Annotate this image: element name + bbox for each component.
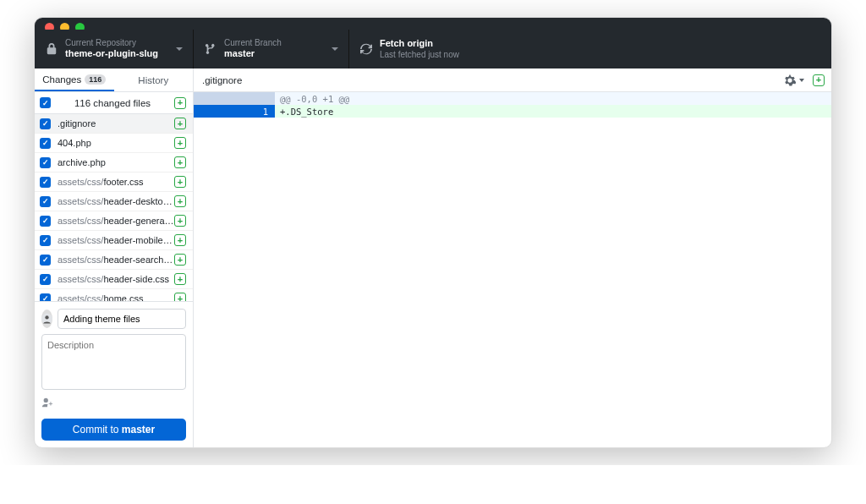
commit-form: Commit to master [35, 301, 193, 447]
file-row[interactable]: assets/css/home.css+ [35, 289, 193, 301]
chevron-down-icon [799, 79, 804, 82]
file-row[interactable]: assets/css/header-side.css+ [35, 270, 193, 289]
file-list-header: ✓ 116 changed files + [35, 92, 193, 114]
svg-point-1 [45, 315, 48, 319]
file-name: assets/css/header-general.css [58, 216, 174, 226]
file-name: assets/css/footer.css [58, 177, 174, 187]
commit-summary-input[interactable] [58, 309, 186, 329]
diff-added-row[interactable]: 1 +.DS_Store [194, 105, 831, 118]
file-checkbox[interactable] [40, 216, 51, 227]
file-checkbox[interactable] [40, 157, 51, 168]
sidebar: Changes 116 History ✓ 116 changed files … [35, 68, 194, 447]
add-file-icon: + [813, 74, 825, 86]
file-name: .gitignore [58, 118, 174, 129]
branch-icon [204, 42, 217, 56]
added-file-icon: + [174, 234, 186, 246]
hunk-gutter [194, 92, 275, 105]
added-file-icon: + [174, 273, 186, 285]
file-checkbox[interactable] [40, 138, 51, 149]
diff-filename: .gitignore [200, 75, 784, 85]
sidebar-tabs: Changes 116 History [35, 68, 193, 92]
changed-files-count: 116 changed files [51, 98, 174, 108]
file-row[interactable]: assets/css/header-desktop.css+ [35, 192, 193, 211]
repo-selector[interactable]: Current Repository theme-or-plugin-slug [35, 30, 194, 68]
added-line: +.DS_Store [275, 105, 831, 118]
tab-changes-label: Changes [42, 74, 81, 85]
commit-button-prefix: Commit to [73, 424, 122, 436]
branch-label: Current Branch [224, 38, 332, 48]
file-name: 404.php [58, 138, 174, 148]
added-file-icon: + [174, 118, 186, 129]
fetch-value: Last fetched just now [380, 50, 495, 60]
branch-selector[interactable]: Current Branch master [194, 30, 349, 68]
app-window: Current Repository theme-or-plugin-slug … [34, 17, 832, 448]
gear-icon[interactable] [784, 74, 796, 86]
fetch-label: Fetch origin [380, 38, 495, 49]
repo-label: Current Repository [65, 38, 176, 48]
file-row[interactable]: assets/css/header-search.css+ [35, 250, 193, 270]
file-row[interactable]: assets/css/header-mobile.css+ [35, 231, 193, 250]
select-all-checkbox[interactable]: ✓ [40, 97, 51, 108]
added-file-icon: + [174, 254, 186, 266]
file-checkbox[interactable] [40, 235, 51, 246]
file-name: assets/css/header-search.css [58, 255, 174, 265]
hunk-header: @@ -0,0 +1 @@ [275, 92, 831, 105]
chevron-down-icon [176, 47, 183, 51]
tab-history-label: History [138, 75, 168, 85]
tab-history[interactable]: History [114, 68, 194, 91]
file-checkbox[interactable] [40, 118, 51, 129]
added-file-icon: + [174, 176, 186, 188]
commit-description-input[interactable] [41, 334, 186, 390]
titlebar [35, 18, 831, 30]
avatar [41, 310, 52, 328]
file-row[interactable]: assets/css/header-general.css+ [35, 211, 193, 231]
added-file-icon: + [174, 156, 186, 168]
added-file-icon: + [174, 195, 186, 207]
sync-icon [359, 42, 373, 56]
toolbar: Current Repository theme-or-plugin-slug … [35, 30, 831, 68]
diff-header: .gitignore + [194, 68, 831, 92]
file-row[interactable]: archive.php+ [35, 153, 193, 173]
file-checkbox[interactable] [40, 196, 51, 207]
file-checkbox[interactable] [40, 177, 51, 188]
file-checkbox[interactable] [40, 293, 51, 302]
file-row[interactable]: .gitignore+ [35, 114, 193, 134]
changes-count-badge: 116 [85, 74, 106, 85]
file-name: assets/css/header-mobile.css [58, 235, 174, 245]
file-row[interactable]: 404.php+ [35, 134, 193, 153]
diff-body: @@ -0,0 +1 @@ 1 +.DS_Store [194, 92, 831, 447]
tab-changes[interactable]: Changes 116 [35, 68, 114, 91]
commit-button-branch: master [122, 424, 155, 436]
file-checkbox[interactable] [40, 255, 51, 266]
commit-button[interactable]: Commit to master [41, 419, 186, 441]
added-file-icon: + [174, 215, 186, 227]
added-file-icon: + [174, 137, 186, 149]
line-number: 1 [194, 105, 275, 118]
add-file-icon: + [174, 97, 186, 109]
file-name: archive.php [58, 157, 174, 167]
fetch-button[interactable]: Fetch origin Last fetched just now [349, 30, 505, 68]
diff-pane: .gitignore + @@ -0,0 +1 @@ 1 +.DS_Store [194, 68, 831, 447]
added-file-icon: + [174, 293, 186, 301]
diff-hunk-row: @@ -0,0 +1 @@ [194, 92, 831, 105]
branch-value: master [224, 48, 332, 59]
file-checkbox[interactable] [40, 274, 51, 285]
lock-icon [45, 42, 58, 56]
file-row[interactable]: assets/css/footer.css+ [35, 173, 193, 192]
file-name: assets/css/header-side.css [58, 274, 174, 284]
repo-value: theme-or-plugin-slug [65, 48, 176, 59]
file-list: .gitignore+404.php+archive.php+assets/cs… [35, 114, 193, 301]
file-name: assets/css/header-desktop.css [58, 196, 174, 206]
file-name: assets/css/home.css [58, 293, 174, 301]
add-coauthor-button[interactable] [41, 397, 186, 412]
chevron-down-icon [332, 47, 338, 51]
